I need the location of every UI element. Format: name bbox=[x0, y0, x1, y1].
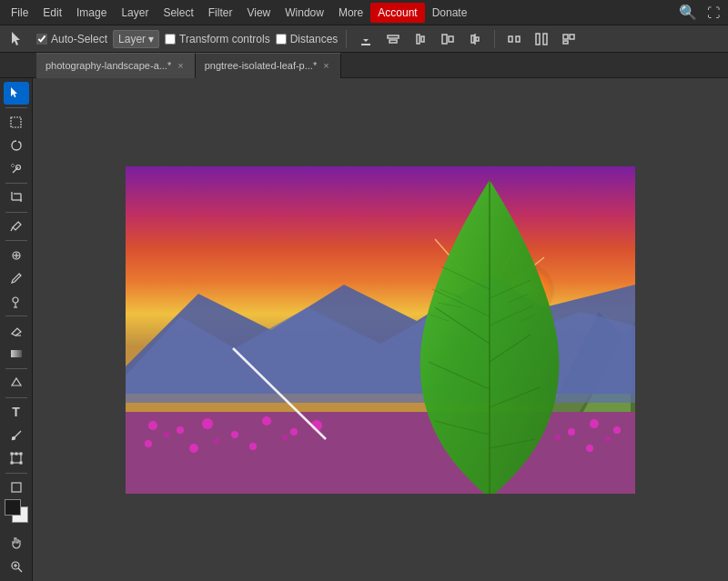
foreground-color-swatch[interactable] bbox=[5, 499, 21, 516]
marquee-tool[interactable] bbox=[4, 111, 29, 134]
gradient-tool[interactable] bbox=[4, 343, 29, 366]
eyedropper-tool[interactable] bbox=[4, 215, 29, 238]
menu-window[interactable]: Window bbox=[278, 3, 331, 23]
brush-tool[interactable] bbox=[4, 267, 29, 290]
svg-point-68 bbox=[148, 421, 157, 430]
tool-sep-4 bbox=[5, 240, 27, 241]
clone-stamp-tool[interactable] bbox=[4, 291, 29, 314]
menu-file[interactable]: File bbox=[4, 3, 35, 23]
distribute-btn-3[interactable] bbox=[558, 28, 580, 50]
svg-point-71 bbox=[231, 431, 238, 438]
fullscreen-icon[interactable]: ⛶ bbox=[703, 2, 724, 24]
move-cursor-icon bbox=[5, 26, 31, 52]
svg-point-85 bbox=[164, 432, 169, 437]
svg-point-77 bbox=[568, 428, 575, 436]
menu-select[interactable]: Select bbox=[156, 3, 200, 23]
svg-rect-6 bbox=[442, 35, 447, 44]
distribute-btn-2[interactable] bbox=[531, 28, 552, 50]
distribute-btn-1[interactable] bbox=[503, 28, 525, 50]
distances-checkbox[interactable]: Distances bbox=[276, 33, 339, 45]
svg-marker-0 bbox=[12, 32, 20, 45]
type-tool[interactable]: T bbox=[4, 400, 29, 423]
svg-point-78 bbox=[590, 419, 599, 428]
svg-point-69 bbox=[177, 426, 184, 434]
tool-sep-1 bbox=[5, 107, 27, 108]
menu-edit[interactable]: Edit bbox=[35, 3, 69, 23]
landscape-image bbox=[126, 166, 635, 494]
tool-sep-8 bbox=[5, 473, 27, 474]
layer-dropdown[interactable]: Layer ▾ bbox=[113, 30, 159, 48]
tab-leaf[interactable]: pngtree-isolated-leaf-p...* × bbox=[196, 53, 341, 78]
svg-point-89 bbox=[605, 436, 611, 442]
svg-rect-12 bbox=[516, 36, 520, 42]
tool-sep-2 bbox=[5, 183, 27, 184]
svg-point-86 bbox=[214, 438, 219, 444]
align-btn-4[interactable] bbox=[464, 28, 486, 50]
menu-account[interactable]: Account bbox=[370, 3, 424, 23]
color-swatches bbox=[5, 499, 28, 530]
svg-rect-14 bbox=[543, 34, 547, 45]
menu-bar: File Edit Image Layer Select Filter View… bbox=[0, 0, 728, 25]
svg-point-88 bbox=[555, 435, 561, 440]
move-tool[interactable] bbox=[4, 82, 29, 105]
svg-point-37 bbox=[12, 436, 15, 439]
crop-tool[interactable] bbox=[4, 186, 29, 209]
svg-line-30 bbox=[11, 227, 13, 231]
svg-marker-18 bbox=[11, 87, 17, 97]
svg-point-82 bbox=[249, 443, 257, 450]
svg-rect-44 bbox=[12, 483, 21, 492]
canvas-container bbox=[126, 166, 635, 494]
align-btn-3[interactable] bbox=[437, 28, 459, 50]
magic-wand-tool[interactable] bbox=[4, 157, 29, 180]
menu-image[interactable]: Image bbox=[69, 3, 114, 23]
pen-tool[interactable] bbox=[4, 424, 29, 446]
color-swatch-container[interactable] bbox=[5, 499, 28, 523]
svg-point-87 bbox=[282, 435, 288, 440]
search-icon[interactable]: 🔍 bbox=[677, 2, 699, 24]
hand-tool[interactable] bbox=[4, 531, 29, 554]
svg-point-80 bbox=[145, 440, 152, 447]
transform-controls-checkbox[interactable]: Transform controls bbox=[165, 33, 270, 45]
eraser-tool[interactable] bbox=[4, 319, 29, 342]
svg-rect-10 bbox=[476, 37, 479, 41]
tab-leaf-label: pngtree-isolated-leaf-p...* bbox=[205, 60, 318, 71]
lasso-tool[interactable] bbox=[4, 134, 29, 156]
align-btn-2[interactable] bbox=[410, 28, 431, 50]
heal-tool[interactable] bbox=[4, 244, 29, 266]
svg-rect-40 bbox=[15, 453, 17, 455]
svg-rect-43 bbox=[20, 462, 22, 464]
svg-point-73 bbox=[290, 428, 298, 436]
separator2 bbox=[494, 30, 495, 48]
tab-leaf-close[interactable]: × bbox=[321, 60, 330, 72]
svg-rect-1 bbox=[361, 44, 370, 45]
svg-rect-11 bbox=[509, 36, 512, 42]
blur-tool[interactable] bbox=[4, 372, 29, 395]
svg-rect-9 bbox=[471, 35, 474, 43]
shape-tool[interactable] bbox=[4, 476, 29, 499]
tool-sep-7 bbox=[5, 397, 27, 398]
zoom-tool[interactable] bbox=[4, 555, 29, 577]
menu-donate[interactable]: Donate bbox=[425, 3, 475, 23]
menu-view[interactable]: View bbox=[239, 3, 278, 23]
svg-point-70 bbox=[202, 418, 213, 429]
svg-rect-36 bbox=[11, 350, 22, 357]
svg-point-84 bbox=[586, 445, 593, 452]
svg-line-20 bbox=[13, 167, 18, 173]
menu-filter[interactable]: Filter bbox=[201, 3, 240, 23]
options-bar: Auto-Select Layer ▾ Transform controls D… bbox=[0, 25, 728, 53]
separator bbox=[346, 30, 347, 48]
chevron-down-icon: ▾ bbox=[148, 33, 154, 45]
menu-layer[interactable]: Layer bbox=[114, 3, 156, 23]
auto-select-checkbox[interactable]: Auto-Select bbox=[36, 33, 107, 45]
svg-rect-42 bbox=[11, 462, 13, 464]
tab-landscape-close[interactable]: × bbox=[176, 60, 185, 72]
svg-point-79 bbox=[613, 426, 621, 434]
type-icon: T bbox=[12, 405, 20, 419]
align-download-btn[interactable] bbox=[355, 28, 377, 50]
tabs-bar: photography-landscape-a...* × pngtree-is… bbox=[0, 53, 728, 78]
tab-landscape[interactable]: photography-landscape-a...* × bbox=[36, 53, 196, 78]
menu-more[interactable]: More bbox=[331, 3, 370, 23]
free-transform-tool[interactable] bbox=[4, 447, 29, 470]
align-btn-1[interactable] bbox=[382, 28, 404, 50]
svg-rect-39 bbox=[11, 453, 13, 455]
